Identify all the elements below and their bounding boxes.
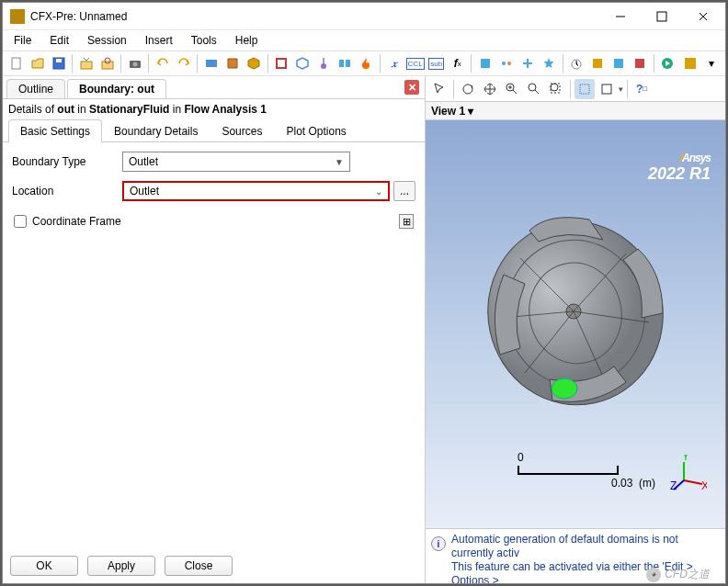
coord-frame-checkbox[interactable]: Coordinate Frame (14, 215, 121, 228)
ansys-logo: /Ansys 2022 R1 (648, 139, 711, 184)
tab-sources[interactable]: Sources (210, 119, 274, 142)
plus-icon[interactable] (518, 53, 537, 73)
ccl-icon[interactable]: CCL (405, 53, 425, 73)
material-icon[interactable] (475, 53, 495, 73)
svg-rect-21 (593, 59, 602, 68)
svg-rect-22 (614, 59, 623, 68)
solve-icon[interactable] (681, 53, 700, 73)
domain-icon[interactable] (223, 53, 243, 73)
left-panel: Outline Boundary: out ✕ Details of out i… (3, 76, 426, 583)
star-icon[interactable] (539, 53, 558, 73)
tab-boundary-details[interactable]: Boundary Details (102, 119, 210, 142)
stopwatch-icon[interactable] (567, 53, 586, 73)
boundary-icon[interactable] (272, 53, 291, 73)
rotate-icon[interactable] (458, 79, 478, 99)
import-mesh-icon[interactable] (76, 53, 96, 73)
svg-rect-7 (81, 62, 92, 69)
location-dropdown[interactable]: Outlet⌄ (122, 181, 390, 201)
interface-icon[interactable] (336, 53, 355, 73)
dropdown-icon[interactable]: ▾ (702, 53, 722, 73)
minimize-button[interactable] (599, 4, 641, 29)
watermark: ✦ CFD之道 (646, 567, 710, 582)
close-tab-icon[interactable]: ✕ (404, 80, 419, 95)
monitor-icon[interactable] (609, 53, 629, 73)
chevron-down-icon: ▼ (335, 157, 344, 167)
svg-rect-17 (481, 59, 490, 68)
save-icon[interactable] (49, 53, 68, 73)
ok-button[interactable]: OK (10, 556, 78, 576)
svg-rect-25 (685, 58, 696, 69)
subdomain-icon[interactable] (293, 53, 313, 73)
geometry-model (474, 203, 677, 423)
svg-text:Z: Z (670, 479, 677, 491)
right-panel: ▾ ?□ View 1 ▾ /Ansys 2022 R1 (426, 76, 725, 583)
boundary-type-dropdown[interactable]: Outlet▼ (122, 152, 350, 172)
reload-mesh-icon[interactable] (97, 53, 117, 73)
new-icon[interactable] (6, 53, 26, 73)
window-title: CFX-Pre: Unnamed (30, 10, 599, 23)
open-icon[interactable] (28, 53, 47, 73)
expression-icon[interactable]: 𝑥 (384, 53, 404, 73)
coord-frame-check-input[interactable] (14, 215, 27, 228)
fit-icon[interactable] (546, 79, 566, 99)
boundary-type-label: Boundary Type (12, 155, 122, 168)
form-area: Boundary Type Outlet▼ Location Outlet⌄ .… (3, 142, 425, 548)
menu-tools[interactable]: Tools (184, 32, 224, 49)
svg-rect-6 (56, 59, 62, 62)
svg-rect-32 (602, 85, 611, 94)
tab-boundary[interactable]: Boundary: out (67, 79, 166, 98)
chevron-down-icon: ▾ (468, 105, 473, 118)
main-toolbar: 𝑥 CCL sub fx ▾ (3, 51, 725, 76)
viewport-3d[interactable]: /Ansys 2022 R1 (426, 120, 725, 528)
tab-outline[interactable]: Outline (6, 79, 65, 98)
box-icon[interactable] (245, 53, 264, 73)
svg-rect-13 (277, 59, 286, 68)
output-icon[interactable] (588, 53, 608, 73)
zoom-box-icon[interactable] (524, 79, 544, 99)
tab-plot-options[interactable]: Plot Options (274, 119, 358, 142)
svg-rect-8 (102, 62, 113, 69)
source-point-icon[interactable] (314, 53, 334, 73)
svg-rect-12 (206, 60, 217, 67)
tab-basic-settings[interactable]: Basic Settings (8, 119, 102, 142)
redo-icon[interactable] (174, 53, 193, 73)
menu-session[interactable]: Session (80, 32, 134, 49)
chevron-down-icon: ⌄ (375, 186, 382, 197)
svg-point-18 (502, 62, 506, 65)
close-window-button[interactable] (682, 4, 723, 29)
location-browse-button[interactable]: ... (393, 181, 415, 201)
run-icon[interactable] (658, 53, 677, 73)
app-icon (10, 9, 25, 24)
reaction-icon[interactable] (496, 53, 516, 73)
menu-insert[interactable]: Insert (138, 32, 180, 49)
detail-tabs: Basic Settings Boundary Details Sources … (3, 119, 425, 142)
analysis-icon[interactable] (201, 53, 221, 73)
maximize-button[interactable] (641, 4, 682, 29)
sub-icon[interactable]: sub (427, 53, 446, 73)
apply-button[interactable]: Apply (87, 556, 155, 576)
svg-rect-4 (12, 58, 20, 69)
svg-rect-16 (346, 60, 350, 67)
zoom-in-icon[interactable] (502, 79, 522, 99)
view-header[interactable]: View 1 ▾ (426, 102, 725, 120)
pan-icon[interactable] (480, 79, 500, 99)
undo-icon[interactable] (153, 53, 172, 73)
render-icon[interactable] (597, 79, 617, 99)
snapshot-icon[interactable] (125, 53, 144, 73)
adapt-icon[interactable] (631, 53, 650, 73)
svg-point-28 (529, 84, 536, 91)
close-button[interactable]: Close (165, 556, 233, 576)
menu-edit[interactable]: Edit (42, 32, 76, 49)
select-icon[interactable] (429, 79, 449, 99)
svg-point-19 (507, 62, 511, 65)
menu-help[interactable]: Help (228, 32, 266, 49)
highlight-icon[interactable] (574, 79, 595, 99)
menu-file[interactable]: File (6, 32, 39, 49)
fx-icon[interactable]: fx (448, 53, 467, 73)
scale-bar: 0 0.03 (m) (518, 451, 655, 490)
fire-icon[interactable] (357, 53, 376, 73)
svg-rect-1 (657, 12, 666, 21)
expand-icon[interactable]: ⊞ (399, 214, 414, 229)
tree-tabs: Outline Boundary: out ✕ (3, 76, 425, 98)
help-icon[interactable]: ?□ (631, 79, 652, 99)
